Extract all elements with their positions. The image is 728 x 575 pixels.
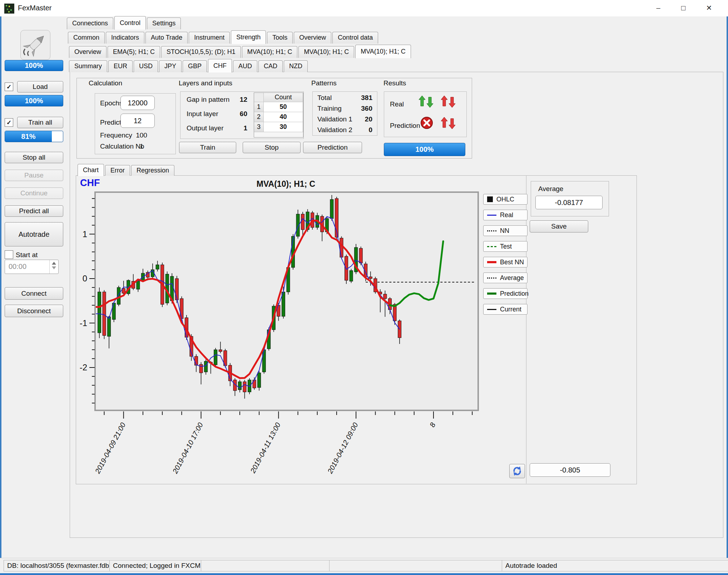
tab-chart[interactable]: Chart — [78, 164, 104, 176]
predictions-input[interactable]: 12 — [120, 114, 155, 128]
start-time-spinner[interactable]: 00:00 — [5, 260, 59, 274]
close-button[interactable]: ✕ — [701, 1, 717, 14]
train-all-button[interactable]: Train all — [17, 117, 63, 128]
tab-common[interactable]: Common — [68, 32, 105, 44]
results-group: Real Prediction — [384, 91, 467, 137]
svg-text:-1: -1 — [80, 318, 87, 328]
legend-item-current[interactable]: Current — [483, 304, 528, 315]
legend-label: Test — [500, 243, 512, 250]
minimize-button[interactable]: – — [650, 1, 667, 14]
status-bar: DB: localhost/3055 (fexmaster.fdb)Connec… — [0, 558, 728, 573]
svg-text:2019-04-11 13:00: 2019-04-11 13:00 — [249, 421, 282, 475]
tab-regression[interactable]: Regression — [131, 165, 174, 176]
stop-button[interactable]: Stop — [243, 142, 301, 153]
legend-item-ohlc[interactable]: OHLC — [483, 194, 528, 205]
tab-connections[interactable]: Connections — [67, 18, 113, 29]
tab-mva-10-h1-c[interactable]: MVA(10); H1; C — [298, 46, 354, 58]
tab-error[interactable]: Error — [105, 165, 130, 176]
count-value-cell[interactable]: 30 — [264, 122, 303, 132]
legend-label: OHLC — [496, 196, 514, 203]
legend-item-real[interactable]: Real — [483, 210, 528, 220]
average-value-box[interactable]: -0.08177 — [535, 196, 603, 209]
save-button[interactable]: Save — [530, 220, 588, 232]
spinner-arrows[interactable] — [49, 260, 58, 274]
epochs-input[interactable]: 12000 — [120, 96, 155, 110]
green-up-down-arrows-icon — [419, 95, 435, 108]
connect-button[interactable]: Connect — [5, 287, 63, 300]
tab-overview[interactable]: Overview — [294, 32, 331, 44]
strength-chart: -2-1012019-04-09 21:002019-04-10 17:0020… — [76, 177, 526, 484]
patterns-rows: Total381Training360Validation 120Validat… — [313, 92, 377, 135]
train-all-checkbox[interactable]: ✓ — [5, 118, 13, 127]
load-progress: 100% — [5, 60, 63, 71]
tab-jpy[interactable]: JPY — [159, 60, 182, 72]
legend-item-best-nn[interactable]: Best NN — [483, 257, 528, 268]
spin-down-icon[interactable] — [52, 266, 56, 269]
autotrade-button[interactable]: Autotrade — [5, 222, 63, 246]
maximize-button[interactable]: □ — [675, 1, 692, 14]
start-at-checkbox[interactable] — [5, 250, 13, 259]
ohlc-swatch-icon — [487, 196, 493, 202]
layers-group: Gap in pattern12Input layer60Output laye… — [180, 91, 304, 139]
refresh-button[interactable] — [509, 464, 525, 478]
tab-instrument[interactable]: Instrument — [189, 32, 230, 44]
legend-item-prediction[interactable]: Prediction — [483, 288, 528, 299]
legend-item-average[interactable]: Average — [483, 272, 528, 283]
legend-label: Real — [500, 211, 513, 219]
train-button[interactable]: Train — [179, 142, 236, 153]
status-panel-2 — [201, 560, 333, 571]
count-header[interactable]: Count — [264, 93, 303, 102]
legend-item-nn[interactable]: NN — [483, 225, 528, 236]
tab-overview[interactable]: Overview — [69, 46, 107, 58]
disconnect-button[interactable]: Disconnect — [5, 305, 63, 317]
tab-aud[interactable]: AUD — [233, 60, 257, 72]
current-value-box[interactable]: -0.805 — [530, 463, 610, 477]
tab-nzd[interactable]: NZD — [284, 60, 308, 72]
app-window: FexMaster – □ ✕ 100% ✓ Load 100% ✓ Train… — [0, 0, 728, 575]
currency-tabs: SummaryEURUSDJPYGBPCHFAUDCADNZD — [69, 59, 309, 72]
tab-gbp[interactable]: GBP — [183, 60, 207, 72]
tab-auto-trade[interactable]: Auto Trade — [145, 32, 188, 44]
real-swatch-icon — [487, 215, 496, 216]
tab-indicators[interactable]: Indicators — [106, 32, 144, 44]
train-progress-fill: 81% — [5, 131, 52, 142]
count-row-1: 150 — [254, 102, 303, 112]
legend-label: Current — [500, 306, 521, 313]
tab-settings[interactable]: Settings — [147, 18, 181, 29]
tab-chf[interactable]: CHF — [208, 59, 232, 72]
tab-eur[interactable]: EUR — [108, 60, 133, 72]
load-checkbox[interactable]: ✓ — [5, 82, 13, 91]
count-value-cell[interactable]: 40 — [264, 112, 303, 122]
tab-usd[interactable]: USD — [134, 60, 158, 72]
train-progress: 81% — [5, 131, 63, 142]
tab-summary[interactable]: Summary — [69, 60, 107, 72]
status-panel-db-localhost-3055-fexmas: DB: localhost/3055 (fexmaster.fdb) — [4, 560, 114, 571]
tab-stoch-10-5-5-d-h1[interactable]: STOCH(10,5,5); (D); H1 — [161, 46, 241, 58]
tab-mva-10-h1-c[interactable]: MVA(10); H1; C — [242, 46, 298, 58]
calculation-title: Calculation — [89, 79, 122, 87]
tab-control-data[interactable]: Control data — [332, 32, 378, 44]
svg-text:2019-04-09 21:00: 2019-04-09 21:00 — [93, 421, 127, 475]
count-table[interactable]: Count150240330 — [254, 92, 303, 138]
tab-tools[interactable]: Tools — [267, 32, 293, 44]
count-value-cell[interactable]: 50 — [264, 102, 303, 112]
control-tabs: CommonIndicatorsAuto TradeInstrumentStre… — [68, 30, 379, 44]
layers-row-output-layer: Output layer1 — [182, 121, 252, 135]
load-button[interactable]: Load — [17, 81, 63, 92]
prediction-button[interactable]: Prediction — [303, 142, 362, 153]
stop-all-button[interactable]: Stop all — [5, 152, 63, 163]
patterns-row-training: Training360 — [313, 103, 377, 114]
tab-mva-10-h1-c[interactable]: MVA(10); H1; C — [355, 45, 411, 58]
layers-rows: Gap in pattern12Input layer60Output laye… — [182, 92, 252, 135]
patterns-row-validation-1: Validation 120 — [313, 114, 377, 125]
legend-item-test[interactable]: Test — [483, 241, 528, 252]
continue-button[interactable]: Continue — [5, 188, 63, 199]
tab-ema-5-h1-c[interactable]: EMA(5); H1; C — [108, 46, 160, 58]
tab-strength[interactable]: Strength — [231, 30, 266, 44]
predict-all-button[interactable]: Predict all — [5, 205, 63, 217]
tab-cad[interactable]: CAD — [258, 60, 283, 72]
spin-up-icon[interactable] — [52, 262, 56, 265]
pause-button[interactable]: Pause — [5, 170, 63, 181]
tab-control[interactable]: Control — [114, 16, 146, 30]
chart-divider — [526, 175, 526, 484]
